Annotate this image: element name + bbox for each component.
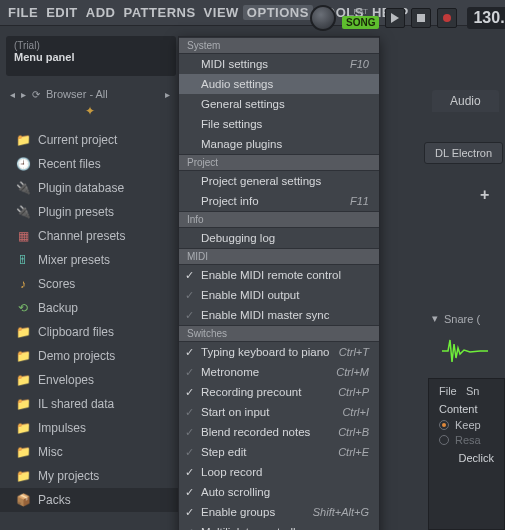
sidebar-item-misc[interactable]: 📁Misc xyxy=(0,440,178,464)
forward-icon[interactable]: ▸ xyxy=(21,89,26,100)
sidebar-item-label: Scores xyxy=(38,277,75,291)
sidebar-item-impulses[interactable]: 📁Impulses xyxy=(0,416,178,440)
folder-icon: 🕘 xyxy=(16,157,30,171)
record-button[interactable] xyxy=(437,8,457,28)
menu-item-enable-midi-master-sync[interactable]: ✓Enable MIDI master sync xyxy=(179,305,379,325)
menu-item-recording-precount[interactable]: ✓Recording precountCtrl+P xyxy=(179,382,379,402)
transport-area: PAT SONG 130. xyxy=(310,0,505,36)
sidebar-item-label: Demo projects xyxy=(38,349,115,363)
sidebar-item-mixer-presets[interactable]: 🎚Mixer presets xyxy=(0,248,178,272)
back-icon[interactable]: ◂ xyxy=(10,89,15,100)
menu-view[interactable]: VIEW xyxy=(200,5,243,20)
tempo-display[interactable]: 130. xyxy=(467,7,505,29)
pat-song-switch[interactable]: PAT SONG xyxy=(342,7,379,29)
snare-track-header[interactable]: ▾ Snare ( xyxy=(432,312,480,325)
check-icon: ✓ xyxy=(185,366,194,379)
menu-item-project-info[interactable]: Project infoF11 xyxy=(179,191,379,211)
menu-item-midi-settings[interactable]: MIDI settingsF10 xyxy=(179,54,379,74)
radio-on-icon xyxy=(439,420,449,430)
folder-icon: 📁 xyxy=(16,325,30,339)
shortcut-label: Ctrl+B xyxy=(338,426,369,438)
menu-item-multilink-to-controllers[interactable]: ✓Multilink to controllers xyxy=(179,522,379,530)
sidebar-item-label: Misc xyxy=(38,445,63,459)
check-icon: ✓ xyxy=(185,386,194,399)
sidebar-item-envelopes[interactable]: 📁Envelopes xyxy=(0,368,178,392)
menu-item-label: Project general settings xyxy=(201,175,321,187)
sidebar-item-label: Clipboard files xyxy=(38,325,114,339)
tab-audio[interactable]: Audio xyxy=(432,90,499,112)
menu-item-metronome[interactable]: ✓MetronomeCtrl+M xyxy=(179,362,379,382)
sidebar-item-label: Impulses xyxy=(38,421,86,435)
sidebar-item-label: Mixer presets xyxy=(38,253,110,267)
sidebar-item-label: IL shared data xyxy=(38,397,114,411)
menu-item-enable-midi-remote-control[interactable]: ✓Enable MIDI remote control xyxy=(179,265,379,285)
menu-file[interactable]: FILE xyxy=(4,5,42,20)
menu-item-manage-plugins[interactable]: Manage plugins xyxy=(179,134,379,154)
sidebar-item-my-projects[interactable]: 📁My projects xyxy=(0,464,178,488)
menu-item-label: File settings xyxy=(201,118,262,130)
sidebar-item-packs[interactable]: 📦Packs xyxy=(0,488,178,512)
sidebar-item-label: Backup xyxy=(38,301,78,315)
menu-section-switches: Switches xyxy=(179,325,379,342)
menu-item-label: Debugging log xyxy=(201,232,275,244)
tab-file[interactable]: File xyxy=(439,385,457,397)
menu-item-typing-keyboard-to-piano[interactable]: ✓Typing keyboard to pianoCtrl+T xyxy=(179,342,379,362)
check-icon: ✓ xyxy=(185,506,194,519)
check-icon: ✓ xyxy=(185,269,194,282)
folder-icon: 📁 xyxy=(16,133,30,147)
resa-radio[interactable]: Resa xyxy=(439,434,494,446)
menu-item-start-on-input[interactable]: ✓Start on inputCtrl+I xyxy=(179,402,379,422)
browser-favorites[interactable]: ✦ xyxy=(4,104,176,122)
sidebar-item-scores[interactable]: ♪Scores xyxy=(0,272,178,296)
menu-item-enable-midi-output[interactable]: ✓Enable MIDI output xyxy=(179,285,379,305)
menu-edit[interactable]: EDIT xyxy=(42,5,82,20)
menu-item-enable-groups[interactable]: ✓Enable groupsShift+Alt+G xyxy=(179,502,379,522)
sidebar-item-backup[interactable]: ⟲Backup xyxy=(0,296,178,320)
menu-item-file-settings[interactable]: File settings xyxy=(179,114,379,134)
sidebar-item-plugin-database[interactable]: 🔌Plugin database xyxy=(0,176,178,200)
menu-item-label: Loop record xyxy=(201,466,262,478)
reload-icon[interactable]: ⟳ xyxy=(32,89,40,100)
menu-item-auto-scrolling[interactable]: ✓Auto scrolling xyxy=(179,482,379,502)
menu-item-general-settings[interactable]: General settings xyxy=(179,94,379,114)
sidebar-item-il-shared-data[interactable]: 📁IL shared data xyxy=(0,392,178,416)
play-button[interactable] xyxy=(385,8,405,28)
menu-item-blend-recorded-notes[interactable]: ✓Blend recorded notesCtrl+B xyxy=(179,422,379,442)
waveform-preview[interactable] xyxy=(440,336,490,366)
folder-icon: 📁 xyxy=(16,469,30,483)
browser-header[interactable]: ◂ ▸ ⟳ Browser - All ▸ xyxy=(4,84,176,104)
chevron-right-icon[interactable]: ▸ xyxy=(165,89,170,100)
dl-electron-button[interactable]: DL Electron xyxy=(424,142,503,164)
hint-panel: (Trial) Menu panel xyxy=(6,36,176,76)
sidebar-item-clipboard-files[interactable]: 📁Clipboard files xyxy=(0,320,178,344)
menu-options[interactable]: OPTIONS xyxy=(243,5,313,20)
song-label: SONG xyxy=(342,16,379,29)
sidebar-item-recent-files[interactable]: 🕘Recent files xyxy=(0,152,178,176)
add-channel-button[interactable]: + xyxy=(480,186,489,204)
check-icon: ✓ xyxy=(185,346,194,359)
menu-item-step-edit[interactable]: ✓Step editCtrl+E xyxy=(179,442,379,462)
menu-item-label: Enable MIDI remote control xyxy=(201,269,341,281)
sidebar-item-channel-presets[interactable]: ▦Channel presets xyxy=(0,224,178,248)
menu-add[interactable]: ADD xyxy=(82,5,120,20)
menu-item-loop-record[interactable]: ✓Loop record xyxy=(179,462,379,482)
sidebar-item-current-project[interactable]: 📁Current project xyxy=(0,128,178,152)
tab-sn[interactable]: Sn xyxy=(466,385,479,397)
menu-item-label: Typing keyboard to piano xyxy=(201,346,330,358)
shortcut-label: Ctrl+M xyxy=(336,366,369,378)
menu-item-project-general-settings[interactable]: Project general settings xyxy=(179,171,379,191)
keep-radio[interactable]: Keep xyxy=(439,419,494,431)
main-volume-knob[interactable] xyxy=(310,5,336,31)
folder-icon: ⟲ xyxy=(16,301,30,315)
menu-item-debugging-log[interactable]: Debugging log xyxy=(179,228,379,248)
sidebar-item-plugin-presets[interactable]: 🔌Plugin presets xyxy=(0,200,178,224)
radio-off-icon xyxy=(439,435,449,445)
folder-icon: 📁 xyxy=(16,349,30,363)
sidebar-item-demo-projects[interactable]: 📁Demo projects xyxy=(0,344,178,368)
menu-patterns[interactable]: PATTERNS xyxy=(119,5,199,20)
check-icon: ✓ xyxy=(185,446,194,459)
menu-item-audio-settings[interactable]: Audio settings xyxy=(179,74,379,94)
stop-button[interactable] xyxy=(411,8,431,28)
folder-icon: 🔌 xyxy=(16,205,30,219)
menu-item-label: Start on input xyxy=(201,406,269,418)
